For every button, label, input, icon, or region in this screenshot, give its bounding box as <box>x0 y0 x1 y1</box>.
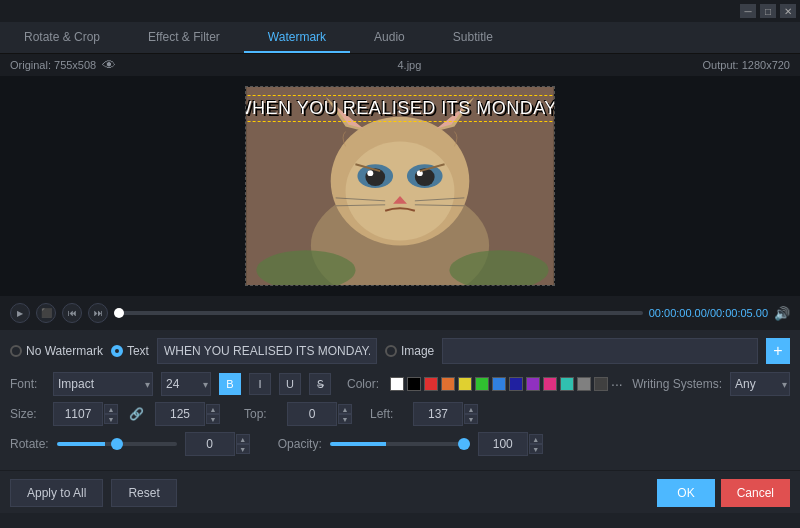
no-watermark-label[interactable]: No Watermark <box>26 344 103 358</box>
opacity-slider[interactable] <box>330 442 470 446</box>
rotate-up[interactable]: ▲ <box>236 434 250 444</box>
no-watermark-radio[interactable] <box>10 345 22 357</box>
svg-point-7 <box>346 141 455 240</box>
font-size-select[interactable]: 24 12 18 36 48 <box>161 372 211 396</box>
image-watermark-radio[interactable] <box>385 345 397 357</box>
opacity-spinner: ▲ ▼ <box>529 434 543 454</box>
font-size-wrapper: 24 12 18 36 48 <box>161 372 211 396</box>
maximize-button[interactable]: □ <box>760 4 776 18</box>
top-spinner: ▲ ▼ <box>338 404 352 424</box>
opacity-value-input[interactable] <box>478 432 528 456</box>
bold-button[interactable]: B <box>219 373 241 395</box>
progress-track[interactable] <box>114 311 643 315</box>
text-watermark-label[interactable]: Text <box>127 344 149 358</box>
font-select[interactable]: Impact Arial Times New Roman <box>53 372 153 396</box>
color-swatch-purple[interactable] <box>526 377 540 391</box>
left-up[interactable]: ▲ <box>464 404 478 414</box>
left-input[interactable] <box>413 402 463 426</box>
watermark-type-row: No Watermark Text Image + <box>10 338 790 364</box>
tab-subtitle[interactable]: Subtitle <box>429 22 517 53</box>
color-swatch-pink[interactable] <box>543 377 557 391</box>
color-swatch-black[interactable] <box>407 377 421 391</box>
volume-button[interactable]: 🔊 <box>774 306 790 321</box>
size-width-up[interactable]: ▲ <box>104 404 118 414</box>
color-label: Color: <box>347 377 382 391</box>
rotate-slider[interactable] <box>57 442 177 446</box>
rotate-value-wrapper: ▲ ▼ <box>185 432 250 456</box>
tab-watermark[interactable]: Watermark <box>244 22 350 53</box>
preview-image: WHEN YOU REALISED ITS MONDAY.. <box>246 87 554 285</box>
top-wrapper: ▲ ▼ <box>287 402 352 426</box>
color-swatch-white[interactable] <box>390 377 404 391</box>
color-swatch-dark-blue[interactable] <box>509 377 523 391</box>
cancel-button[interactable]: Cancel <box>721 479 790 507</box>
color-swatch-green[interactable] <box>475 377 489 391</box>
size-height-up[interactable]: ▲ <box>206 404 220 414</box>
more-colors-button[interactable]: ··· <box>611 376 623 392</box>
rotate-value-input[interactable] <box>185 432 235 456</box>
color-swatch-dark-gray[interactable] <box>594 377 608 391</box>
opacity-up[interactable]: ▲ <box>529 434 543 444</box>
top-input[interactable] <box>287 402 337 426</box>
writing-systems-select[interactable]: Any Latin Chinese <box>730 372 790 396</box>
size-height-input[interactable] <box>155 402 205 426</box>
size-height-wrapper: ▲ ▼ <box>155 402 220 426</box>
color-swatch-red[interactable] <box>424 377 438 391</box>
svg-point-12 <box>367 170 373 176</box>
size-width-input[interactable] <box>53 402 103 426</box>
image-watermark-label[interactable]: Image <box>401 344 434 358</box>
italic-button[interactable]: I <box>249 373 271 395</box>
text-watermark-radio[interactable] <box>111 345 123 357</box>
size-height-down[interactable]: ▼ <box>206 414 220 424</box>
color-swatch-blue[interactable] <box>492 377 506 391</box>
font-select-wrapper: Impact Arial Times New Roman <box>53 372 153 396</box>
writing-systems-label: Writing Systems: <box>632 377 722 391</box>
transport-bar: ▶ ⬛ ⏮ ⏭ 00:00:00.00/00:00:05.00 🔊 <box>0 296 800 330</box>
watermark-text-input[interactable] <box>157 338 377 364</box>
rotate-down[interactable]: ▼ <box>236 444 250 454</box>
top-up[interactable]: ▲ <box>338 404 352 414</box>
rotate-opacity-row: Rotate: ▲ ▼ Opacity: ▲ ▼ <box>10 432 790 456</box>
opacity-slider-wrapper <box>330 442 470 446</box>
play-button[interactable]: ▶ <box>10 303 30 323</box>
opacity-down[interactable]: ▼ <box>529 444 543 454</box>
size-label: Size: <box>10 407 45 421</box>
close-button[interactable]: ✕ <box>780 4 796 18</box>
color-swatch-teal[interactable] <box>560 377 574 391</box>
link-dimensions-icon[interactable]: 🔗 <box>129 407 144 421</box>
tab-rotate-crop[interactable]: Rotate & Crop <box>0 22 124 53</box>
rotate-slider-wrapper <box>57 442 177 446</box>
next-button[interactable]: ⏭ <box>88 303 108 323</box>
strikethrough-button[interactable]: S̶ <box>309 373 331 395</box>
tab-audio[interactable]: Audio <box>350 22 429 53</box>
underline-button[interactable]: U <box>279 373 301 395</box>
apply-to-all-button[interactable]: Apply to All <box>10 479 103 507</box>
color-swatches: ··· <box>390 376 623 392</box>
reset-button[interactable]: Reset <box>111 479 176 507</box>
prev-button[interactable]: ⏮ <box>62 303 82 323</box>
watermark-text-overlay[interactable]: WHEN YOU REALISED ITS MONDAY.. <box>246 95 554 122</box>
visibility-toggle[interactable]: 👁 <box>102 57 116 73</box>
preview-area: WHEN YOU REALISED ITS MONDAY.. <box>0 76 800 296</box>
size-width-down[interactable]: ▼ <box>104 414 118 424</box>
minimize-button[interactable]: ─ <box>740 4 756 18</box>
color-swatch-yellow[interactable] <box>458 377 472 391</box>
top-down[interactable]: ▼ <box>338 414 352 424</box>
filename: 4.jpg <box>397 59 421 71</box>
left-spinner: ▲ ▼ <box>464 404 478 424</box>
tab-bar: Rotate & Crop Effect & Filter Watermark … <box>0 22 800 54</box>
progress-dot <box>114 308 124 318</box>
info-bar: Original: 755x508 👁 4.jpg Output: 1280x7… <box>0 54 800 76</box>
size-height-spinner: ▲ ▼ <box>206 404 220 424</box>
left-down[interactable]: ▼ <box>464 414 478 424</box>
rotate-label: Rotate: <box>10 437 49 451</box>
image-path-input[interactable] <box>442 338 758 364</box>
ok-button[interactable]: OK <box>657 479 714 507</box>
stop-button[interactable]: ⬛ <box>36 303 56 323</box>
add-image-button[interactable]: + <box>766 338 790 364</box>
font-label: Font: <box>10 377 45 391</box>
tab-effect-filter[interactable]: Effect & Filter <box>124 22 244 53</box>
color-swatch-orange[interactable] <box>441 377 455 391</box>
font-row: Font: Impact Arial Times New Roman 24 12… <box>10 372 790 396</box>
color-swatch-gray[interactable] <box>577 377 591 391</box>
